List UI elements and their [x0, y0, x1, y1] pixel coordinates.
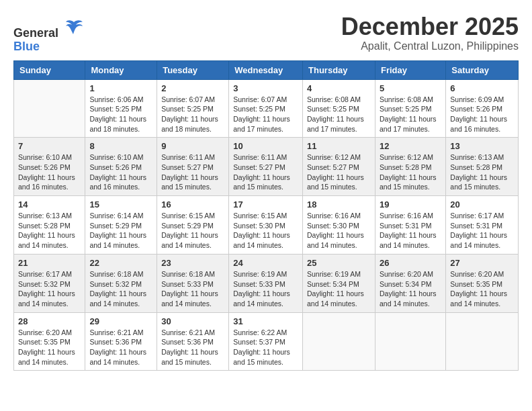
calendar-cell: 17Sunrise: 6:15 AM Sunset: 5:30 PM Dayli… — [229, 196, 303, 255]
calendar-cell: 8Sunrise: 6:10 AM Sunset: 5:26 PM Daylig… — [85, 138, 157, 196]
calendar-cell — [303, 312, 375, 371]
day-number: 16 — [161, 199, 224, 210]
calendar-cell: 16Sunrise: 6:15 AM Sunset: 5:29 PM Dayli… — [157, 196, 229, 255]
calendar-cell: 7Sunrise: 6:10 AM Sunset: 5:26 PM Daylig… — [14, 138, 85, 196]
day-number: 23 — [161, 258, 224, 268]
page-header: General Blue December 2025 Apalit, Centr… — [13, 13, 519, 54]
day-info: Sunrise: 6:06 AM Sunset: 5:25 PM Dayligh… — [89, 95, 152, 134]
day-info: Sunrise: 6:10 AM Sunset: 5:26 PM Dayligh… — [18, 152, 81, 192]
day-number: 7 — [18, 141, 81, 151]
calendar-cell: 2Sunrise: 6:07 AM Sunset: 5:25 PM Daylig… — [157, 79, 229, 138]
location-subtitle: Apalit, Central Luzon, Philippines — [341, 40, 519, 52]
calendar-table: SundayMondayTuesdayWednesdayThursdayFrid… — [13, 60, 519, 371]
calendar-cell: 15Sunrise: 6:14 AM Sunset: 5:29 PM Dayli… — [85, 196, 157, 255]
day-info: Sunrise: 6:15 AM Sunset: 5:30 PM Dayligh… — [233, 211, 298, 250]
header-tuesday: Tuesday — [157, 60, 229, 79]
calendar-cell: 14Sunrise: 6:13 AM Sunset: 5:28 PM Dayli… — [14, 196, 85, 255]
day-info: Sunrise: 6:20 AM Sunset: 5:35 PM Dayligh… — [18, 328, 81, 367]
day-number: 14 — [18, 199, 81, 210]
day-info: Sunrise: 6:16 AM Sunset: 5:30 PM Dayligh… — [307, 211, 371, 250]
logo-general: General — [13, 17, 84, 40]
day-info: Sunrise: 6:20 AM Sunset: 5:34 PM Dayligh… — [380, 269, 441, 309]
day-info: Sunrise: 6:21 AM Sunset: 5:36 PM Dayligh… — [89, 328, 152, 367]
calendar-week-row: 21Sunrise: 6:17 AM Sunset: 5:32 PM Dayli… — [14, 254, 519, 312]
calendar-cell — [446, 312, 519, 371]
day-info: Sunrise: 6:07 AM Sunset: 5:25 PM Dayligh… — [161, 95, 224, 134]
header-friday: Friday — [375, 60, 445, 79]
day-number: 3 — [233, 83, 298, 93]
day-info: Sunrise: 6:19 AM Sunset: 5:34 PM Dayligh… — [307, 269, 371, 309]
day-number: 12 — [380, 141, 441, 151]
calendar-cell: 23Sunrise: 6:18 AM Sunset: 5:33 PM Dayli… — [157, 254, 229, 312]
day-info: Sunrise: 6:12 AM Sunset: 5:27 PM Dayligh… — [307, 152, 371, 192]
day-number: 8 — [89, 141, 152, 151]
calendar-cell: 27Sunrise: 6:20 AM Sunset: 5:35 PM Dayli… — [446, 254, 519, 312]
day-info: Sunrise: 6:22 AM Sunset: 5:37 PM Dayligh… — [233, 328, 298, 367]
day-number: 28 — [18, 316, 81, 326]
day-info: Sunrise: 6:08 AM Sunset: 5:25 PM Dayligh… — [380, 95, 441, 134]
day-number: 10 — [233, 141, 298, 151]
calendar-cell: 5Sunrise: 6:08 AM Sunset: 5:25 PM Daylig… — [375, 79, 445, 138]
day-info: Sunrise: 6:19 AM Sunset: 5:33 PM Dayligh… — [233, 269, 298, 309]
day-number: 22 — [89, 258, 152, 268]
calendar-cell: 6Sunrise: 6:09 AM Sunset: 5:26 PM Daylig… — [446, 79, 519, 138]
calendar-cell: 22Sunrise: 6:18 AM Sunset: 5:32 PM Dayli… — [85, 254, 157, 312]
calendar-cell: 21Sunrise: 6:17 AM Sunset: 5:32 PM Dayli… — [14, 254, 85, 312]
header-thursday: Thursday — [303, 60, 375, 79]
calendar-cell: 25Sunrise: 6:19 AM Sunset: 5:34 PM Dayli… — [303, 254, 375, 312]
day-number: 1 — [89, 83, 152, 93]
calendar-cell: 29Sunrise: 6:21 AM Sunset: 5:36 PM Dayli… — [85, 312, 157, 371]
day-info: Sunrise: 6:10 AM Sunset: 5:26 PM Dayligh… — [89, 152, 152, 192]
day-info: Sunrise: 6:13 AM Sunset: 5:28 PM Dayligh… — [450, 152, 514, 192]
calendar-cell — [375, 312, 445, 371]
logo-general-text: General — [13, 26, 58, 40]
day-info: Sunrise: 6:14 AM Sunset: 5:29 PM Dayligh… — [89, 211, 152, 250]
calendar-cell: 28Sunrise: 6:20 AM Sunset: 5:35 PM Dayli… — [14, 312, 85, 371]
calendar-cell — [14, 79, 85, 138]
calendar-cell: 26Sunrise: 6:20 AM Sunset: 5:34 PM Dayli… — [375, 254, 445, 312]
day-info: Sunrise: 6:07 AM Sunset: 5:25 PM Dayligh… — [233, 95, 298, 134]
day-number: 27 — [450, 258, 514, 268]
day-info: Sunrise: 6:09 AM Sunset: 5:26 PM Dayligh… — [450, 95, 514, 134]
calendar-cell: 13Sunrise: 6:13 AM Sunset: 5:28 PM Dayli… — [446, 138, 519, 196]
day-number: 6 — [450, 83, 514, 93]
day-number: 11 — [307, 141, 371, 151]
calendar-cell: 3Sunrise: 6:07 AM Sunset: 5:25 PM Daylig… — [229, 79, 303, 138]
calendar-week-row: 1Sunrise: 6:06 AM Sunset: 5:25 PM Daylig… — [14, 79, 519, 138]
day-number: 15 — [89, 199, 152, 210]
calendar-header-row: SundayMondayTuesdayWednesdayThursdayFrid… — [14, 60, 519, 79]
day-number: 25 — [307, 258, 371, 268]
calendar-cell: 11Sunrise: 6:12 AM Sunset: 5:27 PM Dayli… — [303, 138, 375, 196]
calendar-cell: 19Sunrise: 6:16 AM Sunset: 5:31 PM Dayli… — [375, 196, 445, 255]
calendar-week-row: 14Sunrise: 6:13 AM Sunset: 5:28 PM Dayli… — [14, 196, 519, 255]
calendar-week-row: 28Sunrise: 6:20 AM Sunset: 5:35 PM Dayli… — [14, 312, 519, 371]
day-info: Sunrise: 6:08 AM Sunset: 5:25 PM Dayligh… — [307, 95, 371, 134]
day-number: 24 — [233, 258, 298, 268]
header-wednesday: Wednesday — [229, 60, 303, 79]
day-number: 17 — [233, 199, 298, 210]
day-number: 18 — [307, 199, 371, 210]
day-number: 13 — [450, 141, 514, 151]
day-info: Sunrise: 6:16 AM Sunset: 5:31 PM Dayligh… — [380, 211, 441, 250]
day-info: Sunrise: 6:20 AM Sunset: 5:35 PM Dayligh… — [450, 269, 514, 309]
day-number: 21 — [18, 258, 81, 268]
day-info: Sunrise: 6:13 AM Sunset: 5:28 PM Dayligh… — [18, 211, 81, 250]
calendar-cell: 4Sunrise: 6:08 AM Sunset: 5:25 PM Daylig… — [303, 79, 375, 138]
calendar-cell: 10Sunrise: 6:11 AM Sunset: 5:27 PM Dayli… — [229, 138, 303, 196]
calendar-week-row: 7Sunrise: 6:10 AM Sunset: 5:26 PM Daylig… — [14, 138, 519, 196]
logo: General Blue — [13, 17, 84, 54]
calendar-cell: 1Sunrise: 6:06 AM Sunset: 5:25 PM Daylig… — [85, 79, 157, 138]
calendar-cell: 20Sunrise: 6:17 AM Sunset: 5:31 PM Dayli… — [446, 196, 519, 255]
header-saturday: Saturday — [446, 60, 519, 79]
calendar-cell: 12Sunrise: 6:12 AM Sunset: 5:28 PM Dayli… — [375, 138, 445, 196]
day-number: 26 — [380, 258, 441, 268]
calendar-cell: 24Sunrise: 6:19 AM Sunset: 5:33 PM Dayli… — [229, 254, 303, 312]
day-info: Sunrise: 6:11 AM Sunset: 5:27 PM Dayligh… — [233, 152, 298, 192]
day-info: Sunrise: 6:17 AM Sunset: 5:32 PM Dayligh… — [18, 269, 81, 309]
day-info: Sunrise: 6:15 AM Sunset: 5:29 PM Dayligh… — [161, 211, 224, 250]
header-monday: Monday — [85, 60, 157, 79]
day-number: 30 — [161, 316, 224, 326]
calendar-cell: 31Sunrise: 6:22 AM Sunset: 5:37 PM Dayli… — [229, 312, 303, 371]
day-number: 9 — [161, 141, 224, 151]
day-number: 29 — [89, 316, 152, 326]
